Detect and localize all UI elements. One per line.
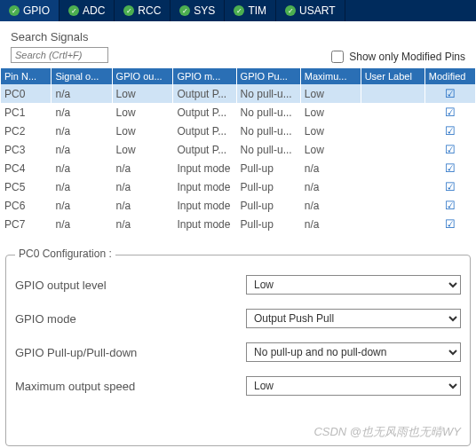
cell-pin: PC5 (1, 177, 51, 196)
gpio-mode-select[interactable]: Output Push Pull (246, 309, 461, 328)
col-pin[interactable]: Pin N... (1, 68, 51, 84)
cell-pin: PC4 (1, 159, 51, 177)
gpio-pull-select[interactable]: No pull-up and no pull-down (246, 342, 461, 362)
output-level-label: GPIO output level (15, 279, 246, 292)
cell-user (361, 103, 424, 122)
cell-pull: Pull-up (237, 215, 300, 233)
cell-mode: Input mode (173, 159, 235, 177)
col-gpio-out[interactable]: GPIO ou... (113, 68, 173, 84)
cell-user (361, 159, 424, 177)
gpio-pull-label: GPIO Pull-up/Pull-down (15, 346, 246, 359)
col-signal[interactable]: Signal o... (52, 68, 111, 84)
pin-config-panel: PC0 Configuration : GPIO output level Lo… (5, 255, 471, 446)
tab-gpio[interactable]: ✓GPIO (0, 0, 60, 21)
table-row[interactable]: PC6n/an/aInput modePull-upn/a☑ (1, 196, 475, 215)
check-icon: ✓ (179, 5, 190, 16)
tab-rcc[interactable]: ✓RCC (115, 0, 171, 21)
table-header-row: Pin N... Signal o... GPIO ou... GPIO m..… (1, 68, 475, 84)
tab-label: TIM (248, 4, 266, 17)
cell-modified: ☑ (425, 103, 475, 122)
pins-table: Pin N... Signal o... GPIO ou... GPIO m..… (0, 68, 476, 233)
cell-pin: PC1 (1, 103, 51, 122)
cell-pull: Pull-up (237, 177, 300, 196)
show-only-modified-wrap[interactable]: Show only Modified Pins (331, 51, 465, 63)
cell-signal: n/a (52, 159, 111, 177)
check-icon: ☑ (445, 180, 456, 193)
cell-out: Low (113, 103, 173, 122)
max-speed-select[interactable]: Low (246, 376, 461, 396)
cell-out: n/a (113, 159, 173, 177)
table-row[interactable]: PC0n/aLowOutput P...No pull-u...Low☑ (1, 84, 475, 103)
col-gpio-pull[interactable]: GPIO Pu... (237, 68, 300, 84)
cell-user (361, 84, 424, 103)
cell-signal: n/a (52, 84, 111, 103)
cell-user (361, 177, 424, 196)
cell-pin: PC2 (1, 122, 51, 140)
check-icon: ☑ (445, 217, 456, 231)
config-legend: PC0 Configuration : (15, 248, 115, 260)
cell-out: Low (113, 122, 173, 140)
cell-max: n/a (301, 177, 361, 196)
cell-out: n/a (113, 196, 173, 215)
table-row[interactable]: PC1n/aLowOutput P...No pull-u...Low☑ (1, 103, 475, 122)
table-row[interactable]: PC7n/an/aInput modePull-upn/a☑ (1, 215, 475, 233)
check-icon: ☑ (445, 124, 456, 138)
check-icon: ✓ (9, 5, 20, 16)
cell-out: n/a (113, 215, 173, 233)
tab-sys[interactable]: ✓SYS (171, 0, 225, 21)
cell-mode: Input mode (173, 177, 235, 196)
tabs-bar: ✓GPIO✓ADC✓RCC✓SYS✓TIM✓USART (0, 0, 476, 21)
cell-signal: n/a (52, 103, 111, 122)
table-row[interactable]: PC4n/an/aInput modePull-upn/a☑ (1, 159, 475, 177)
cell-user (361, 140, 424, 159)
col-modified[interactable]: Modified (425, 68, 475, 84)
check-icon: ☑ (445, 161, 456, 175)
col-maximum[interactable]: Maximu... (301, 68, 361, 84)
check-icon: ☑ (445, 106, 456, 119)
check-icon: ✓ (285, 5, 296, 16)
watermark-text: CSDN @也无风雨也无晴WY (313, 424, 461, 440)
output-level-select[interactable]: Low (246, 275, 461, 295)
cell-modified: ☑ (425, 159, 475, 177)
cell-max: Low (301, 140, 361, 159)
cell-user (361, 122, 424, 140)
cell-out: Low (113, 140, 173, 159)
show-only-modified-checkbox[interactable] (331, 51, 344, 63)
check-icon: ☑ (445, 199, 456, 212)
col-user[interactable]: User Label (361, 68, 424, 84)
table-row[interactable]: PC5n/an/aInput modePull-upn/a☑ (1, 177, 475, 196)
search-input[interactable] (11, 47, 108, 63)
cell-mode: Output P... (173, 122, 235, 140)
cell-pull: No pull-u... (237, 122, 300, 140)
cell-mode: Input mode (173, 196, 235, 215)
gpio-mode-label: GPIO mode (15, 312, 246, 326)
cell-max: n/a (301, 159, 361, 177)
check-icon: ☑ (445, 87, 456, 100)
cell-mode: Output P... (173, 84, 235, 103)
cell-pin: PC0 (1, 84, 51, 103)
table-row[interactable]: PC3n/aLowOutput P...No pull-u...Low☑ (1, 140, 475, 159)
cell-pin: PC7 (1, 215, 51, 233)
cell-max: Low (301, 122, 361, 140)
col-gpio-mode[interactable]: GPIO m... (173, 68, 235, 84)
check-icon: ✓ (123, 5, 134, 16)
cell-pin: PC3 (1, 140, 51, 159)
cell-signal: n/a (52, 177, 111, 196)
cell-max: Low (301, 84, 361, 103)
tab-label: USART (299, 4, 335, 17)
tab-label: ADC (83, 4, 105, 17)
cell-out: Low (113, 84, 173, 103)
cell-pull: Pull-up (237, 196, 300, 215)
cell-max: n/a (301, 215, 361, 233)
table-row[interactable]: PC2n/aLowOutput P...No pull-u...Low☑ (1, 122, 475, 140)
tab-usart[interactable]: ✓USART (276, 0, 345, 21)
tab-adc[interactable]: ✓ADC (60, 0, 115, 21)
tab-tim[interactable]: ✓TIM (225, 0, 276, 21)
cell-signal: n/a (52, 215, 111, 233)
cell-pin: PC6 (1, 196, 51, 215)
cell-modified: ☑ (425, 215, 475, 233)
cell-mode: Output P... (173, 140, 235, 159)
tab-label: SYS (194, 4, 215, 17)
cell-pull: No pull-u... (237, 84, 300, 103)
cell-user (361, 196, 424, 215)
